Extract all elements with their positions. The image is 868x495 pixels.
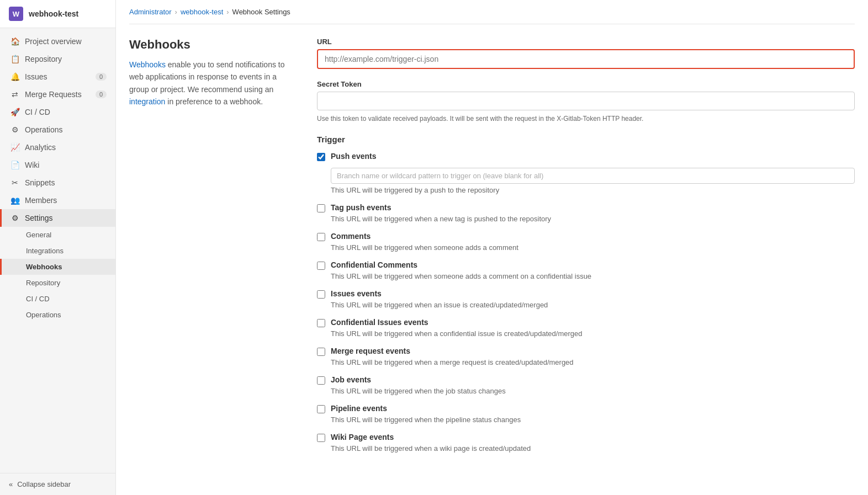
settings-sub-menu: General Integrations Webhooks Repository… xyxy=(0,227,115,323)
project-name: webhook-test xyxy=(29,9,78,18)
trigger-tag-push: Tag push events This URL will be trigger… xyxy=(317,203,855,223)
trigger-confidential-comments: Confidential Comments This URL will be t… xyxy=(317,260,855,280)
breadcrumb-sep-1: › xyxy=(175,8,177,16)
pipeline-events-checkbox[interactable] xyxy=(317,405,325,413)
sidebar-item-members[interactable]: 👥 Members xyxy=(0,191,115,209)
cicd-icon: 🚀 xyxy=(10,108,19,116)
main-content: Administrator › webhook-test › Webhook S… xyxy=(116,0,868,495)
confidential-comments-desc: This URL will be triggered when someone … xyxy=(331,272,855,280)
push-events-checkbox[interactable] xyxy=(317,153,325,161)
sidebar-item-label: Operations xyxy=(25,125,62,134)
merge-request-events-checkbox[interactable] xyxy=(317,348,325,356)
confidential-comments-label: Confidential Comments xyxy=(331,260,417,269)
page-title: Webhooks xyxy=(129,38,295,52)
comments-desc: This URL will be triggered when someone … xyxy=(331,243,855,252)
confidential-issues-label: Confidential Issues events xyxy=(331,318,428,327)
branch-pattern-input[interactable] xyxy=(331,168,855,184)
tag-push-checkbox[interactable] xyxy=(317,204,325,212)
comments-checkbox[interactable] xyxy=(317,233,325,241)
sidebar-item-label: Analytics xyxy=(25,143,56,152)
pipeline-events-label: Pipeline events xyxy=(331,404,387,413)
secret-token-label: Secret Token xyxy=(317,80,855,88)
sidebar-sub-item-general[interactable]: General xyxy=(0,227,115,243)
wiki-page-events-label: Wiki Page events xyxy=(331,433,394,441)
sidebar-item-project-overview[interactable]: 🏠 Project overview xyxy=(0,33,115,50)
trigger-merge-request-events: Merge request events This URL will be tr… xyxy=(317,347,855,366)
tag-push-desc: This URL will be triggered when a new ta… xyxy=(331,215,855,223)
sidebar-sub-item-ci-cd[interactable]: CI / CD xyxy=(0,291,115,307)
page-left: Webhooks Webhooks enable you to send not… xyxy=(129,38,295,464)
trigger-title: Trigger xyxy=(317,135,855,144)
url-input[interactable] xyxy=(317,49,855,69)
sidebar-item-label: Wiki xyxy=(25,161,39,169)
sidebar-item-label: Settings xyxy=(25,214,53,222)
trigger-confidential-issues-header: Confidential Issues events xyxy=(317,318,855,327)
sidebar-item-label: Members xyxy=(25,196,57,205)
confidential-issues-checkbox[interactable] xyxy=(317,319,325,327)
merge-request-events-label: Merge request events xyxy=(331,347,410,355)
wiki-page-events-desc: This URL will be triggered when a wiki p… xyxy=(331,444,855,453)
sidebar-item-snippets[interactable]: ✂ Snippets xyxy=(0,174,115,191)
sidebar-nav: 🏠 Project overview 📋 Repository 🔔 Issues… xyxy=(0,28,115,473)
collapse-label: Collapse sidebar xyxy=(17,480,71,488)
page-description: Webhooks enable you to send notification… xyxy=(129,58,295,108)
url-label: URL xyxy=(317,38,855,46)
sidebar-item-operations[interactable]: ⚙ Operations xyxy=(0,121,115,139)
trigger-tag-header: Tag push events xyxy=(317,203,855,212)
breadcrumb-current: Webhook Settings xyxy=(232,8,290,16)
snippets-icon: ✂ xyxy=(10,178,19,187)
issues-events-checkbox[interactable] xyxy=(317,290,325,299)
trigger-comments: Comments This URL will be triggered when… xyxy=(317,232,855,252)
sidebar-item-label: Snippets xyxy=(25,178,55,187)
trigger-issues-header: Issues events xyxy=(317,289,855,299)
confidential-comments-checkbox[interactable] xyxy=(317,262,325,270)
operations-icon: ⚙ xyxy=(10,125,19,134)
job-events-checkbox[interactable] xyxy=(317,376,325,385)
comments-label: Comments xyxy=(331,232,371,241)
breadcrumb-admin[interactable]: Administrator xyxy=(129,8,172,16)
sidebar-item-settings[interactable]: ⚙ Settings xyxy=(0,209,115,227)
secret-token-form-group: Secret Token Use this token to validate … xyxy=(317,80,855,124)
collapse-sidebar-button[interactable]: « Collapse sidebar xyxy=(0,473,115,495)
sidebar-item-label: Merge Requests xyxy=(25,90,82,99)
home-icon: 🏠 xyxy=(10,37,19,46)
tag-push-label: Tag push events xyxy=(331,203,391,212)
breadcrumb: Administrator › webhook-test › Webhook S… xyxy=(129,0,855,24)
trigger-pipeline-events: Pipeline events This URL will be trigger… xyxy=(317,404,855,424)
sidebar-sub-item-operations[interactable]: Operations xyxy=(0,307,115,323)
sidebar-sub-item-repository[interactable]: Repository xyxy=(0,275,115,291)
merge-badge: 0 xyxy=(96,91,107,98)
job-events-desc: This URL will be triggered when the job … xyxy=(331,387,855,395)
sidebar-item-ci-cd[interactable]: 🚀 CI / CD xyxy=(0,103,115,121)
sidebar-item-wiki[interactable]: 📄 Wiki xyxy=(0,156,115,174)
sidebar-item-analytics[interactable]: 📈 Analytics xyxy=(0,139,115,156)
secret-token-hint: Use this token to validate received payl… xyxy=(317,114,855,124)
wiki-icon: 📄 xyxy=(10,161,19,169)
sidebar-item-issues[interactable]: 🔔 Issues 0 xyxy=(0,68,115,86)
merge-icon: ⇄ xyxy=(10,90,19,99)
secret-token-input[interactable] xyxy=(317,92,855,110)
sidebar-item-repository[interactable]: 📋 Repository xyxy=(0,50,115,68)
repository-icon: 📋 xyxy=(10,55,19,63)
push-events-label: Push events xyxy=(331,152,376,161)
trigger-wiki-header: Wiki Page events xyxy=(317,433,855,442)
breadcrumb-project[interactable]: webhook-test xyxy=(181,8,223,16)
page-layout: Webhooks Webhooks enable you to send not… xyxy=(129,38,855,464)
url-form-group: URL xyxy=(317,38,855,69)
trigger-confidential-issues: Confidential Issues events This URL will… xyxy=(317,318,855,338)
pipeline-events-desc: This URL will be triggered when the pipe… xyxy=(331,416,855,424)
sidebar: W webhook-test 🏠 Project overview 📋 Repo… xyxy=(0,0,116,495)
integration-link[interactable]: integration xyxy=(129,97,165,106)
wiki-page-events-checkbox[interactable] xyxy=(317,434,325,442)
webhooks-link[interactable]: Webhooks xyxy=(129,60,166,69)
sidebar-sub-item-webhooks[interactable]: Webhooks xyxy=(0,259,115,275)
trigger-job-events: Job events This URL will be triggered wh… xyxy=(317,375,855,395)
page-form: URL Secret Token Use this token to valid… xyxy=(317,38,855,464)
issues-events-desc: This URL will be triggered when an issue… xyxy=(331,301,855,309)
trigger-pipeline-header: Pipeline events xyxy=(317,404,855,413)
trigger-job-header: Job events xyxy=(317,375,855,385)
sidebar-sub-item-integrations[interactable]: Integrations xyxy=(0,243,115,259)
trigger-section: Trigger Push events This URL will be tri… xyxy=(317,135,855,453)
trigger-push-header: Push events xyxy=(317,152,855,161)
sidebar-item-merge-requests[interactable]: ⇄ Merge Requests 0 xyxy=(0,86,115,103)
